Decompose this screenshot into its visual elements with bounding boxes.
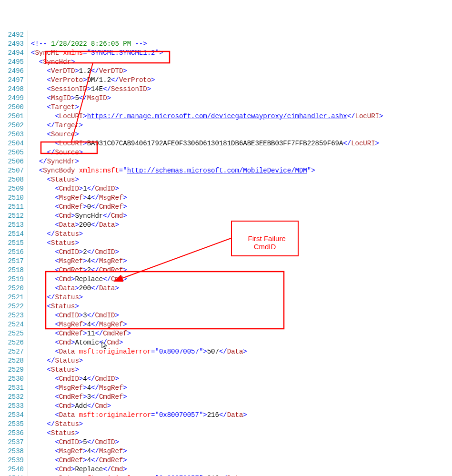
code-line: 2517 <MsgRef>4</MsgRef> (0, 257, 452, 266)
code-line: 2509 <CmdID>1</CmdID> (0, 184, 452, 193)
line-number: 2507 (0, 166, 28, 175)
code-line: 2498 <SessionID>14E</SessionID> (0, 85, 452, 94)
code-line: 2502 </Target> (0, 121, 452, 130)
code-line: 2493<!-- 1/28/2022 8:26:05 PM --> (0, 40, 452, 49)
code-line: 2521 </Status> (0, 293, 452, 302)
code-line: 2539 <CmdRef>4</CmdRef> (0, 456, 452, 465)
line-number: 2500 (0, 103, 28, 112)
line-number: 2538 (0, 447, 28, 456)
line-number: 2502 (0, 121, 28, 130)
code-line: 2525 <CmdRef>11</CmdRef> (0, 329, 452, 338)
code-line: 2505 </Source> (0, 148, 452, 157)
code-line: 2531 <MsgRef>4</MsgRef> (0, 384, 452, 393)
code-line: 2513 <Data>200</Data> (0, 221, 452, 230)
line-number: 2506 (0, 157, 28, 166)
mouse-cursor-icon (97, 333, 109, 353)
line-number: 2515 (0, 239, 28, 248)
code-line: 2503 <Source> (0, 130, 452, 139)
line-number: 2501 (0, 112, 28, 121)
code-line: 2514 </Status> (0, 230, 452, 239)
line-number: 2509 (0, 184, 28, 193)
line-number: 2533 (0, 402, 28, 411)
line-number: 2518 (0, 266, 28, 275)
code-line: 2534 <Data msft:originalerror="0x8007005… (0, 411, 452, 420)
line-number: 2516 (0, 248, 28, 257)
line-number: 2529 (0, 365, 28, 375)
line-number: 2519 (0, 275, 28, 284)
line-number: 2521 (0, 293, 28, 302)
code-line: 2519 <Cmd>Replace</Cmd> (0, 275, 452, 284)
code-line: 2532 <CmdRef>3</CmdRef> (0, 393, 452, 402)
code-line: 2504 <LocURI>BA931C07CAB94061792AFE0F330… (0, 139, 452, 148)
line-number: 2503 (0, 130, 28, 139)
line-number: 2498 (0, 85, 28, 94)
code-line: 2537 <CmdID>5</CmdID> (0, 438, 452, 447)
code-line: 2495 <SyncHdr> (0, 58, 452, 67)
code-line: 2527 <Data msft:originalerror="0x8007005… (0, 347, 452, 356)
line-number: 2510 (0, 193, 28, 203)
line-number: 2494 (0, 49, 28, 58)
code-line: 2507 <SyncBody xmlns:msft="http://schema… (0, 166, 452, 175)
line-number: 2492 (0, 30, 28, 40)
code-line: 2508 <Status> (0, 175, 452, 184)
code-line: 2536 <Status> (0, 429, 452, 438)
code-line: 2510 <MsgRef>4</MsgRef> (0, 193, 452, 203)
line-number: 2531 (0, 384, 28, 393)
line-number: 2505 (0, 148, 28, 157)
code-line: 2494<SyncML xmlns="SYNCML:SYNCML1.2"> (0, 49, 452, 58)
code-line: 2535 </Status> (0, 420, 452, 429)
line-number: 2514 (0, 230, 28, 239)
line-number: 2526 (0, 338, 28, 347)
code-line: 2541 <Data msft:originalerror="0x8007005… (0, 474, 452, 476)
line-number: 2517 (0, 257, 28, 266)
line-number: 2508 (0, 175, 28, 184)
code-line: 2529 <Status> (0, 365, 452, 375)
line-number: 2511 (0, 203, 28, 212)
line-number: 2522 (0, 302, 28, 311)
line-number: 2540 (0, 465, 28, 474)
code-line: 2524 <MsgRef>4</MsgRef> (0, 320, 452, 329)
line-number: 2534 (0, 411, 28, 420)
line-number: 2525 (0, 329, 28, 338)
code-line: 2526 <Cmd>Atomic</Cmd> (0, 338, 452, 347)
code-line: 2512 <Cmd>SyncHdr</Cmd> (0, 212, 452, 221)
code-line: 2515 <Status> (0, 239, 452, 248)
code-line: 2499 <MsgID>5</MsgID> (0, 94, 452, 103)
line-number: 2497 (0, 76, 28, 85)
line-number: 2532 (0, 393, 28, 402)
line-number: 2530 (0, 375, 28, 384)
line-number: 2536 (0, 429, 28, 438)
line-number: 2535 (0, 420, 28, 429)
line-number: 2495 (0, 58, 28, 67)
line-number: 2527 (0, 347, 28, 356)
line-number: 2499 (0, 94, 28, 103)
code-line: 2518 <CmdRef>2</CmdRef> (0, 266, 452, 275)
code-line: 2497 <VerProto>DM/1.2</VerProto> (0, 76, 452, 85)
code-line: 2496 <VerDTD>1.2</VerDTD> (0, 67, 452, 76)
line-number: 2520 (0, 284, 28, 293)
callout-first-failure: First Failure CmdID (231, 221, 299, 256)
code-line: 2530 <CmdID>4</CmdID> (0, 375, 452, 384)
line-number: 2504 (0, 139, 28, 148)
code-line: 2516 <CmdID>2</CmdID> (0, 248, 452, 257)
code-line: 2492 (0, 30, 452, 40)
code-line: 2533 <Cmd>Add</Cmd> (0, 402, 452, 411)
line-number: 2493 (0, 40, 28, 49)
code-line: 2520 <Data>200</Data> (0, 284, 452, 293)
code-line: 2540 <Cmd>Replace</Cmd> (0, 465, 452, 474)
line-number: 2524 (0, 320, 28, 329)
code-line: 2538 <MsgRef>4</MsgRef> (0, 447, 452, 456)
line-number: 2496 (0, 67, 28, 76)
code-viewer[interactable]: 24922493<!-- 1/28/2022 8:26:05 PM -->249… (0, 30, 452, 476)
line-number: 2528 (0, 356, 28, 365)
code-line: 2523 <CmdID>3</CmdID> (0, 311, 452, 320)
code-line: 2522 <Status> (0, 302, 452, 311)
code-line: 2500 <Target> (0, 103, 452, 112)
code-line: 2528 </Status> (0, 356, 452, 365)
code-line: 2501 <LocURI>https://r.manage.microsoft.… (0, 112, 452, 121)
line-number: 2512 (0, 212, 28, 221)
callout-text: First Failure CmdID (248, 234, 286, 251)
line-number: 2539 (0, 456, 28, 465)
line-number: 2513 (0, 221, 28, 230)
line-number: 2523 (0, 311, 28, 320)
